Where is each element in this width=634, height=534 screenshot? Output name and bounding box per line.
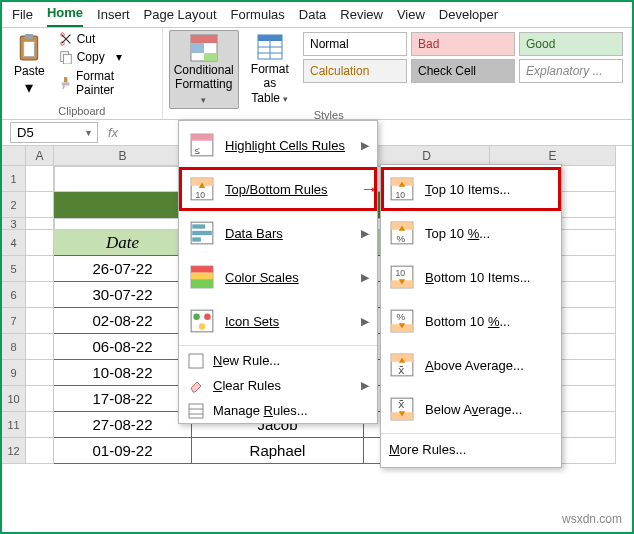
menu-bottom-10-percent[interactable]: % Bottom 10 %... — [381, 299, 561, 343]
chevron-down-icon: ▾ — [283, 94, 288, 104]
style-bad[interactable]: Bad — [411, 32, 515, 56]
menu-more-rules[interactable]: More Rules... — [381, 436, 561, 467]
svg-rect-26 — [192, 237, 201, 241]
ribbon-tabs: File Home Insert Page Layout Formulas Da… — [2, 2, 632, 28]
tab-data[interactable]: Data — [299, 7, 326, 27]
brush-icon — [59, 76, 72, 90]
menu-above-average[interactable]: x̄ Above Average... — [381, 343, 561, 387]
tab-formulas[interactable]: Formulas — [231, 7, 285, 27]
svg-rect-6 — [63, 55, 71, 65]
menu-manage-rules[interactable]: Manage Rules... — [179, 398, 377, 423]
group-clipboard: Paste ▾ Cut Copy ▾ Format Painter Clipbo… — [2, 28, 163, 119]
top-bottom-rules-submenu: 10 Top 10 Items... % Top 10 %... 10 Bott… — [380, 164, 562, 468]
menu-icon-sets[interactable]: Icon Sets▶ — [179, 299, 377, 343]
chevron-right-icon: ▶ — [361, 139, 369, 152]
chevron-right-icon: ▶ — [361, 227, 369, 240]
chevron-down-icon: ▾ — [116, 50, 122, 64]
svg-point-32 — [193, 313, 200, 320]
svg-text:%: % — [397, 311, 406, 322]
select-all-corner[interactable] — [2, 146, 26, 166]
style-normal[interactable]: Normal — [303, 32, 407, 56]
svg-text:%: % — [397, 233, 406, 244]
tab-pagelayout[interactable]: Page Layout — [144, 7, 217, 27]
svg-text:10: 10 — [396, 190, 406, 200]
col-d-header[interactable]: D — [364, 146, 490, 166]
style-good[interactable]: Good — [519, 32, 623, 56]
cell-styles-gallery[interactable]: Normal Bad Good Calculation Check Cell E… — [301, 30, 625, 109]
menu-data-bars[interactable]: Data Bars▶ — [179, 211, 377, 255]
conditional-formatting-button[interactable]: Conditional Formatting ▾ — [169, 30, 239, 109]
svg-rect-7 — [64, 77, 67, 82]
svg-text:≤: ≤ — [194, 145, 200, 156]
below-average-icon: x̄ — [389, 396, 415, 422]
menu-top-bottom-rules[interactable]: 10 Top/Bottom Rules → — [179, 167, 377, 211]
svg-text:x̄: x̄ — [398, 398, 405, 410]
menu-new-rule[interactable]: New Rule... — [179, 348, 377, 373]
menu-top-10-percent[interactable]: % Top 10 %... — [381, 211, 561, 255]
highlight-icon: ≤ — [189, 132, 215, 158]
databars-icon — [189, 220, 215, 246]
new-rule-icon — [188, 353, 204, 369]
style-explanatory[interactable]: Explanatory ... — [519, 59, 623, 83]
paste-label: Paste — [14, 64, 45, 78]
col-a-header[interactable]: A — [26, 146, 54, 166]
tab-view[interactable]: View — [397, 7, 425, 27]
chevron-down-icon[interactable]: ▾ — [86, 127, 91, 138]
conditional-formatting-icon — [189, 33, 219, 63]
svg-point-34 — [199, 323, 206, 330]
iconsets-icon — [189, 308, 215, 334]
style-check-cell[interactable]: Check Cell — [411, 59, 515, 83]
svg-rect-10 — [191, 43, 204, 53]
cut-label: Cut — [77, 32, 96, 46]
svg-point-33 — [204, 313, 211, 320]
menu-clear-rules[interactable]: Clear Rules▶ — [179, 373, 377, 398]
svg-rect-1 — [25, 34, 34, 39]
svg-rect-11 — [204, 53, 217, 61]
top10-items-icon: 10 — [389, 176, 415, 202]
eraser-icon — [188, 378, 204, 394]
watermark: wsxdn.com — [562, 512, 622, 526]
clipboard-group-label: Clipboard — [8, 105, 156, 119]
manage-icon — [188, 403, 204, 419]
chevron-down-icon: ▾ — [201, 95, 206, 105]
menu-highlight-cells-rules[interactable]: ≤ Highlight Cells Rules▶ — [179, 123, 377, 167]
svg-rect-30 — [191, 279, 213, 288]
menu-below-average[interactable]: x̄ Below Average... — [381, 387, 561, 431]
name-box[interactable]: D5▾ — [10, 122, 98, 143]
copy-icon — [59, 50, 73, 64]
tab-home[interactable]: Home — [47, 5, 83, 27]
tab-review[interactable]: Review — [340, 7, 383, 27]
topbottom-icon: 10 — [189, 176, 215, 202]
svg-rect-2 — [24, 42, 35, 57]
scissors-icon — [59, 32, 73, 46]
menu-top-10-items[interactable]: 10 Top 10 Items... — [381, 167, 561, 211]
svg-rect-36 — [189, 404, 203, 418]
hdr-date[interactable]: Date — [54, 230, 192, 256]
style-calculation[interactable]: Calculation — [303, 59, 407, 83]
svg-rect-35 — [189, 354, 203, 368]
copy-button[interactable]: Copy ▾ — [55, 49, 156, 65]
col-e-header[interactable]: E — [490, 146, 616, 166]
tab-developer[interactable]: Developer — [439, 7, 498, 27]
tab-insert[interactable]: Insert — [97, 7, 130, 27]
format-painter-button[interactable]: Format Painter — [55, 68, 156, 98]
chevron-down-icon: ▾ — [25, 78, 33, 97]
svg-rect-25 — [192, 231, 212, 235]
chevron-right-icon: ▶ — [361, 271, 369, 284]
chevron-right-icon: ▶ — [361, 379, 369, 392]
tab-file[interactable]: File — [12, 7, 33, 27]
svg-rect-9 — [191, 35, 217, 43]
fx-icon[interactable]: fx — [98, 125, 128, 140]
menu-bottom-10-items[interactable]: 10 Bottom 10 Items... — [381, 255, 561, 299]
cut-button[interactable]: Cut — [55, 31, 156, 47]
paste-button[interactable]: Paste ▾ — [8, 30, 51, 99]
clipboard-icon — [16, 32, 42, 64]
format-as-table-button[interactable]: Format as Table ▾ — [243, 30, 297, 109]
table-icon — [255, 32, 285, 62]
menu-color-scales[interactable]: Color Scales▶ — [179, 255, 377, 299]
above-average-icon: x̄ — [389, 352, 415, 378]
col-b-header[interactable]: B — [54, 146, 192, 166]
svg-rect-24 — [192, 224, 205, 228]
top10-percent-icon: % — [389, 220, 415, 246]
svg-rect-18 — [191, 134, 213, 141]
